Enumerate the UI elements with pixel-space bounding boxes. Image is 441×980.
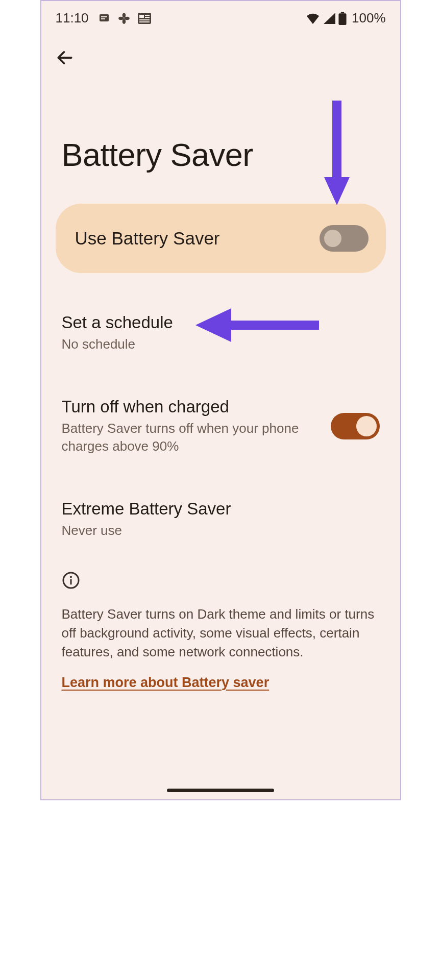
use-battery-saver-label: Use Battery Saver: [75, 228, 220, 249]
svg-rect-9: [341, 12, 345, 13]
turn-off-charged-sub: Battery Saver turns off when your phone …: [62, 420, 321, 455]
svg-rect-4: [139, 15, 144, 18]
device-frame: 11:10 100% Battery Saver Use Battery Sav…: [40, 0, 401, 800]
svg-rect-0: [100, 14, 109, 21]
status-right: 100%: [306, 10, 386, 26]
svg-rect-13: [70, 579, 71, 585]
set-schedule-title: Set a schedule: [62, 313, 380, 332]
extreme-saver-sub: Never use: [62, 522, 380, 540]
wifi-icon: [306, 13, 320, 24]
svg-rect-7: [139, 19, 150, 20]
status-notification-icons: [98, 12, 151, 25]
learn-more-link[interactable]: Learn more about Battery saver: [62, 675, 270, 690]
back-button[interactable]: [53, 45, 77, 70]
status-left: 11:10: [56, 10, 151, 26]
set-schedule-item[interactable]: Set a schedule No schedule: [62, 302, 380, 364]
info-section: Battery Saver turns on Dark theme and li…: [41, 551, 400, 691]
use-battery-saver-row[interactable]: Use Battery Saver: [56, 204, 386, 273]
app-toolbar: [41, 26, 400, 70]
messages-icon: [98, 12, 110, 24]
info-text: Battery Saver turns on Dark theme and li…: [62, 605, 380, 662]
settings-list: Set a schedule No schedule Turn off when…: [41, 273, 400, 551]
battery-icon: [338, 12, 347, 25]
set-schedule-sub: No schedule: [62, 335, 380, 353]
turn-off-charged-title: Turn off when charged: [62, 397, 321, 416]
info-icon: [62, 571, 80, 590]
svg-rect-6: [145, 17, 150, 18]
turn-off-charged-item[interactable]: Turn off when charged Battery Saver turn…: [62, 386, 380, 467]
svg-rect-10: [338, 13, 346, 25]
photos-icon: [117, 12, 131, 25]
status-time: 11:10: [56, 10, 89, 26]
arrow-back-icon: [55, 48, 75, 67]
news-icon: [138, 13, 151, 24]
extreme-saver-item[interactable]: Extreme Battery Saver Never use: [62, 488, 380, 551]
extreme-saver-title: Extreme Battery Saver: [62, 499, 380, 519]
turn-off-charged-toggle[interactable]: [331, 413, 380, 439]
navigation-pill[interactable]: [167, 789, 274, 792]
svg-point-12: [69, 576, 71, 578]
status-bar: 11:10 100%: [41, 1, 400, 26]
svg-rect-8: [139, 21, 150, 22]
svg-rect-5: [145, 15, 150, 16]
use-battery-saver-toggle[interactable]: [320, 225, 369, 252]
svg-rect-1: [101, 16, 107, 17]
svg-rect-2: [101, 18, 105, 19]
page-title: Battery Saver: [41, 70, 400, 204]
signal-icon: [323, 13, 335, 24]
battery-percentage: 100%: [352, 10, 386, 26]
